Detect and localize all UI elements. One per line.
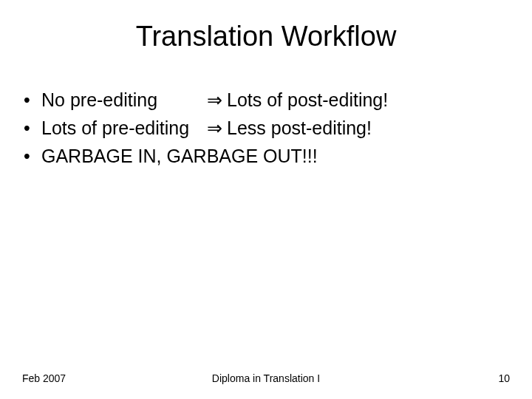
bullet-left: No pre-editing (41, 88, 202, 113)
slide: Translation Workflow No pre-editing ⇒ Lo… (0, 0, 532, 399)
arrow-icon: ⇒ (207, 116, 222, 141)
bullet-item: GARBAGE IN, GARBAGE OUT!!! (21, 144, 532, 169)
arrow-icon: ⇒ (207, 88, 222, 113)
bullet-right: Lots of post-editing! (227, 88, 388, 113)
slide-title: Translation Workflow (0, 0, 532, 52)
bullet-item: No pre-editing ⇒ Lots of post-editing! (21, 88, 532, 113)
footer-page-number: 10 (498, 372, 510, 384)
bullet-item: Lots of pre-editing ⇒ Less post-editing! (21, 116, 532, 141)
footer-course: Diploma in Translation I (0, 372, 532, 384)
bullet-list: No pre-editing ⇒ Lots of post-editing! L… (21, 88, 532, 168)
bullet-left: Lots of pre-editing (41, 116, 202, 141)
bullet-right: Less post-editing! (227, 116, 372, 141)
bullet-full: GARBAGE IN, GARBAGE OUT!!! (41, 146, 318, 166)
